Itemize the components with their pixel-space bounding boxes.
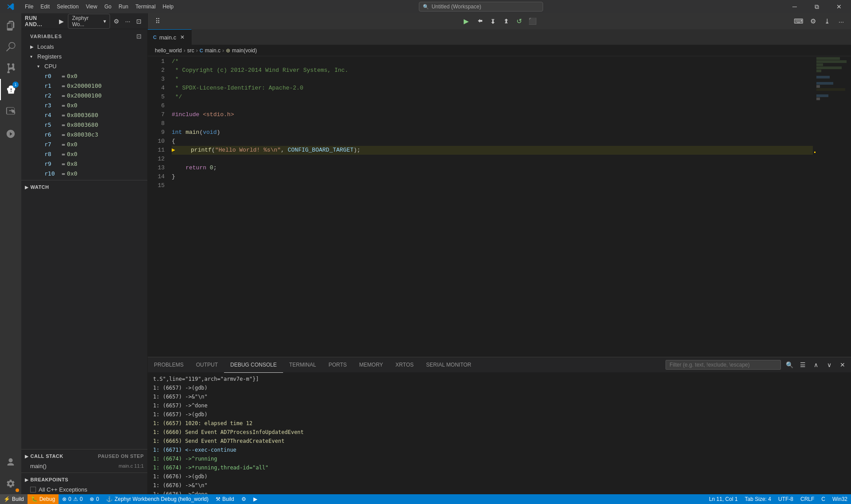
menu-view[interactable]: View (82, 0, 101, 13)
restart-button[interactable]: ↺ (513, 15, 526, 27)
activity-account[interactable] (0, 452, 21, 473)
debug-more-button[interactable]: ··· (123, 16, 132, 26)
menu-terminal[interactable]: Terminal (132, 0, 159, 13)
panel-close-btn[interactable]: ✕ (838, 360, 847, 370)
locals-item[interactable]: ▶ Locals (21, 42, 147, 51)
register-r4[interactable]: r4 = 0x8003680 (21, 110, 147, 120)
statusbar-platform[interactable]: Win32 (829, 494, 851, 504)
menu-selection[interactable]: Selection (53, 0, 82, 13)
debug-config-selector[interactable]: Zephyr Wo... ▾ (68, 14, 110, 29)
tab-debug-console[interactable]: DEBUG CONSOLE (224, 357, 283, 373)
statusbar-errors[interactable]: ⊗ 0 ⚠ 0 (59, 494, 86, 504)
console-line: 1: (6657) ->^done (148, 401, 851, 410)
cpu-item[interactable]: ▾ CPU (21, 61, 147, 71)
breakpoints-header[interactable]: ▶ BREAKPOINTS (21, 475, 147, 484)
statusbar-gear[interactable]: ⚙ (238, 494, 250, 504)
filter-more-icon[interactable]: ☰ (798, 360, 808, 370)
call-stack-header[interactable]: ▶ CALL STACK Paused on step (21, 451, 147, 461)
bp-item-0[interactable]: All C++ Exceptions (21, 484, 147, 494)
activity-settings[interactable] (0, 473, 21, 494)
tab-close-button[interactable]: ✕ (179, 34, 186, 41)
drag-handle[interactable]: ⠿ (151, 15, 164, 27)
register-r7[interactable]: r7 = 0x0 (21, 139, 147, 149)
debug-more-btn[interactable]: ··· (835, 15, 847, 27)
filter-search-icon[interactable]: 🔍 (784, 360, 794, 370)
debug-run-bar: RUN AND... ▶ Zephyr Wo... ▾ ⚙ ··· ⊡ (21, 13, 147, 29)
register-r10[interactable]: r10 = 0x0 (21, 168, 147, 178)
search-box[interactable]: 🔍 Untitled (Workspace) (419, 2, 543, 12)
statusbar-test-errors[interactable]: ⊗ 0 (86, 494, 102, 504)
code-editor[interactable]: 123456789101112131415 /* * Copyright (c)… (148, 56, 851, 357)
register-r3[interactable]: r3 = 0x0 (21, 100, 147, 110)
register-r9[interactable]: r9 = 0x8 (21, 159, 147, 168)
debug-settings-btn[interactable]: ⚙ (807, 15, 819, 27)
statusbar-encoding[interactable]: UTF-8 (775, 494, 797, 504)
statusbar-left: ⚡ Build 🐛 Debug ⊗ 0 ⚠ 0 ⊗ 0 ⚓ Zephyr Wor… (0, 494, 261, 504)
restore-button[interactable]: ⧉ (807, 0, 827, 13)
menu-help[interactable]: Help (159, 0, 177, 13)
tab-memory[interactable]: MEMORY (353, 357, 390, 373)
activity-extensions[interactable] (0, 100, 21, 121)
watch-header[interactable]: ▶ WATCH (21, 182, 147, 192)
tab-serial-monitor[interactable]: SERIAL MONITOR (420, 357, 477, 373)
activity-source-control[interactable] (0, 58, 21, 79)
panel-up-btn[interactable]: ∧ (811, 360, 821, 370)
register-r2[interactable]: r2 = 0x20000100 (21, 90, 147, 100)
statusbar-eol[interactable]: CRLF (797, 494, 818, 504)
bp-checkbox[interactable] (30, 487, 36, 492)
tab-terminal[interactable]: TERMINAL (283, 357, 323, 373)
build-label: Build (12, 496, 24, 502)
debug-settings-button[interactable]: ⚙ (112, 16, 121, 26)
statusbar-build-action[interactable]: ⚒ Build (212, 494, 238, 504)
breadcrumb-hello-world[interactable]: hello_world (155, 47, 182, 54)
variables-header[interactable]: VARIABLES ⊡ (21, 29, 147, 42)
activity-explorer[interactable] (0, 15, 21, 36)
stop-button[interactable]: ⬛ (527, 15, 539, 27)
activity-zephyr[interactable] (0, 123, 21, 145)
statusbar-debug[interactable]: 🐛 Debug (28, 494, 59, 504)
statusbar-language[interactable]: C (818, 494, 829, 504)
step-into-button[interactable] (487, 15, 499, 27)
start-debug-button[interactable]: ▶ (57, 16, 66, 26)
activity-search[interactable] (0, 36, 21, 58)
breadcrumb-src[interactable]: src (187, 47, 194, 54)
register-r8[interactable]: r8 = 0x0 (21, 149, 147, 159)
tab-ports[interactable]: PORTS (322, 357, 353, 373)
filter-input[interactable] (666, 360, 781, 370)
tab-main-c[interactable]: C main.c ✕ (148, 29, 192, 45)
register-r5[interactable]: r5 = 0x8003680 (21, 120, 147, 129)
tab-xrtos[interactable]: XRTOS (389, 357, 420, 373)
register-r6[interactable]: r6 = 0x80030c3 (21, 129, 147, 139)
tab-output[interactable]: OUTPUT (190, 357, 224, 373)
close-button[interactable]: ✕ (829, 0, 849, 13)
call-stack-frame-0[interactable]: main() main.c 11:1 (21, 461, 147, 471)
minimize-button[interactable]: ─ (784, 0, 805, 13)
statusbar-debug-config[interactable]: ⚓ Zephyr Workbench Debug (hello_world) (102, 494, 212, 504)
statusbar-cursor[interactable]: Ln 11, Col 1 (705, 494, 741, 504)
tabs-bar: C main.c ✕ (148, 29, 851, 45)
sidebar-collapse-button[interactable]: ⊡ (134, 16, 144, 26)
debug-config-chevron: ▾ (103, 18, 106, 24)
tab-problems[interactable]: PROBLEMS (148, 357, 190, 373)
debug-console-button[interactable]: ⌨ (792, 15, 805, 27)
activity-debug[interactable]: 1 (0, 79, 21, 100)
panel-down-btn[interactable]: ∨ (824, 360, 834, 370)
menu-run[interactable]: Run (115, 0, 132, 13)
breadcrumb: hello_world › src › C main.c › ⊛ main(vo… (148, 45, 851, 56)
continue-button[interactable]: ▶ (460, 15, 473, 27)
statusbar-build[interactable]: ⚡ Build (0, 494, 28, 504)
menu-go[interactable]: Go (101, 0, 115, 13)
menu-file[interactable]: File (21, 0, 37, 13)
register-r1[interactable]: r1 = 0x20000100 (21, 81, 147, 90)
breadcrumb-main-void[interactable]: main(void) (232, 47, 257, 54)
breadcrumb-main-c[interactable]: main.c (205, 47, 221, 54)
step-out-button[interactable] (500, 15, 512, 27)
statusbar-tabsize[interactable]: Tab Size: 4 (741, 494, 775, 504)
register-r0[interactable]: r0 = 0x0 (21, 71, 147, 81)
console-line: 1: (6657) ->(gdb) (148, 410, 851, 419)
registers-item[interactable]: ▾ Registers (21, 51, 147, 61)
statusbar-run[interactable]: ▶ (250, 494, 261, 504)
step-over-button[interactable] (473, 15, 486, 27)
debug-install-btn[interactable]: ⤓ (821, 15, 833, 27)
menu-edit[interactable]: Edit (37, 0, 53, 13)
